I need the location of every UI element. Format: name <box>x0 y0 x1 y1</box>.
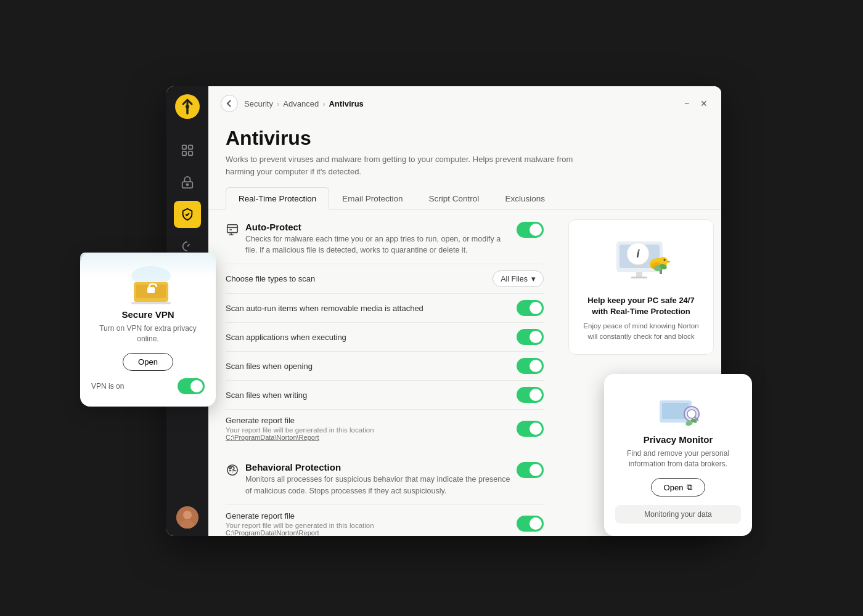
sidebar-item-vault[interactable] <box>174 169 201 196</box>
svg-rect-43 <box>631 277 647 278</box>
external-link-icon: ⧉ <box>687 482 692 492</box>
behavioral-report-row: Generate report file Your report file wi… <box>226 505 544 537</box>
generate-report-label: Generate report file <box>226 416 374 425</box>
svg-rect-16 <box>182 152 186 155</box>
vpn-desc: Turn on VPN for extra privacy online. <box>91 323 205 344</box>
svg-rect-4 <box>131 302 171 304</box>
scan-autorun-row: Scan auto-run items when removable media… <box>226 293 544 322</box>
auto-protect-toggle[interactable]: ✓ <box>517 222 544 238</box>
behavioral-icon <box>226 463 239 477</box>
privacy-monitor-title: Privacy Monitor <box>615 434 741 445</box>
real-time-card-title: Help keep your PC safe 24/7 with Real-Ti… <box>579 295 703 317</box>
file-types-dropdown[interactable]: All Files ▾ <box>493 270 544 287</box>
settings-panel: Auto-Protect Checks for malware each tim… <box>208 209 561 537</box>
breadcrumb-advanced[interactable]: Advanced <box>283 99 319 108</box>
auto-protect-desc: Checks for malware each time you or an a… <box>245 233 510 257</box>
page-title: Antivirus <box>226 127 704 150</box>
behavioral-report-sub: Your report file will be generated in th… <box>226 522 374 537</box>
behavioral-toggle[interactable]: ✓ <box>517 462 544 478</box>
svg-point-25 <box>183 511 192 519</box>
behavioral-protection-section: Behavioral Protection Monitors all proce… <box>226 462 544 536</box>
svg-rect-3 <box>147 287 155 293</box>
title-bar: Security › Advanced › Antivirus − ✕ <box>208 86 721 121</box>
file-types-label: Choose file types to scan <box>226 274 315 283</box>
user-avatar[interactable] <box>176 506 198 529</box>
auto-protect-icon <box>226 223 239 237</box>
svg-rect-27 <box>227 224 238 232</box>
svg-marker-36 <box>668 261 671 263</box>
scan-apps-row: Scan applications when executing ✓ <box>226 322 544 351</box>
breadcrumb: Security › Advanced › Antivirus <box>244 99 364 108</box>
privacy-open-button[interactable]: Open ⧉ <box>651 478 706 496</box>
behavioral-desc: Monitors all processes for suspicious be… <box>245 474 510 497</box>
svg-point-29 <box>229 467 232 469</box>
svg-rect-15 <box>189 145 192 149</box>
generate-report-row: Generate report file Your report file wi… <box>226 409 544 447</box>
generate-report-sub: Your report file will be generated in th… <box>226 426 374 441</box>
real-time-info-card: i <box>568 219 714 355</box>
vpn-illustration <box>126 265 170 302</box>
breadcrumb-current: Antivirus <box>329 99 363 108</box>
tab-email-protection[interactable]: Email Protection <box>329 187 415 209</box>
tab-script-control[interactable]: Script Control <box>416 187 493 209</box>
chevron-down-icon: ▾ <box>531 274 536 283</box>
scan-opening-toggle[interactable]: ✓ <box>517 358 544 374</box>
scan-apps-label: Scan applications when executing <box>226 333 346 342</box>
report-path-link[interactable]: C:\ProgramData\Norton\Report <box>226 434 319 441</box>
vpn-open-button[interactable]: Open <box>123 353 173 371</box>
vpn-title: Secure VPN <box>91 309 205 320</box>
scan-opening-label: Scan files when opening <box>226 362 313 371</box>
norton-logo <box>174 94 200 120</box>
close-button[interactable]: ✕ <box>699 99 709 108</box>
sidebar-item-dashboard[interactable] <box>174 137 201 164</box>
tab-exclusions[interactable]: Exclusions <box>492 187 558 209</box>
behavioral-report-path[interactable]: C:\ProgramData\Norton\Report <box>226 529 319 537</box>
page-header: Antivirus Works to prevent viruses and m… <box>208 121 721 187</box>
scan-apps-toggle[interactable]: ✓ <box>517 329 544 345</box>
privacy-status: Monitoring your data <box>615 505 741 524</box>
scan-opening-row: Scan files when opening ✓ <box>226 351 544 380</box>
scan-autorun-label: Scan auto-run items when removable media… <box>226 304 423 313</box>
real-time-card-desc: Enjoy peace of mind knowing Norton will … <box>579 321 703 342</box>
generate-report-toggle[interactable]: ✓ <box>517 421 544 437</box>
behavioral-title: Behavioral Protection <box>245 462 510 472</box>
real-time-illustration: i <box>579 232 703 288</box>
vpn-toggle[interactable]: ✓ <box>178 378 205 394</box>
vpn-popup: Secure VPN Turn on VPN for extra privacy… <box>80 253 216 407</box>
tabs-bar: Real-Time Protection Email Protection Sc… <box>208 187 721 209</box>
behavioral-report-label: Generate report file <box>226 511 374 521</box>
back-button[interactable] <box>221 95 238 112</box>
svg-point-19 <box>187 184 189 185</box>
minimize-button[interactable]: − <box>682 99 692 108</box>
auto-protect-title: Auto-Protect <box>245 222 510 232</box>
scan-writing-label: Scan files when writing <box>226 391 307 400</box>
svg-point-37 <box>664 259 666 261</box>
svg-rect-17 <box>189 152 192 155</box>
svg-rect-42 <box>636 272 642 277</box>
tab-real-time-protection[interactable]: Real-Time Protection <box>226 187 329 209</box>
privacy-monitor-popup: Privacy Monitor Find and remove your per… <box>604 374 752 536</box>
scan-writing-row: Scan files when writing ✓ <box>226 380 544 409</box>
scan-autorun-toggle[interactable]: ✓ <box>517 300 544 316</box>
privacy-monitor-desc: Find and remove your personal informatio… <box>615 448 741 469</box>
sidebar-item-security[interactable] <box>174 201 201 228</box>
vpn-status-row: VPN is on ✓ <box>91 378 205 394</box>
svg-rect-14 <box>182 145 186 149</box>
file-types-row: Choose file types to scan All Files ▾ <box>226 264 544 293</box>
auto-protect-section: Auto-Protect Checks for malware each tim… <box>226 222 544 448</box>
vpn-status-label: VPN is on <box>91 382 124 391</box>
behavioral-report-toggle[interactable]: ✓ <box>517 516 544 532</box>
page-description: Works to prevent viruses and malware fro… <box>226 153 583 177</box>
breadcrumb-security[interactable]: Security <box>244 99 273 108</box>
file-types-value: All Files <box>501 275 528 283</box>
scan-writing-toggle[interactable]: ✓ <box>517 387 544 403</box>
